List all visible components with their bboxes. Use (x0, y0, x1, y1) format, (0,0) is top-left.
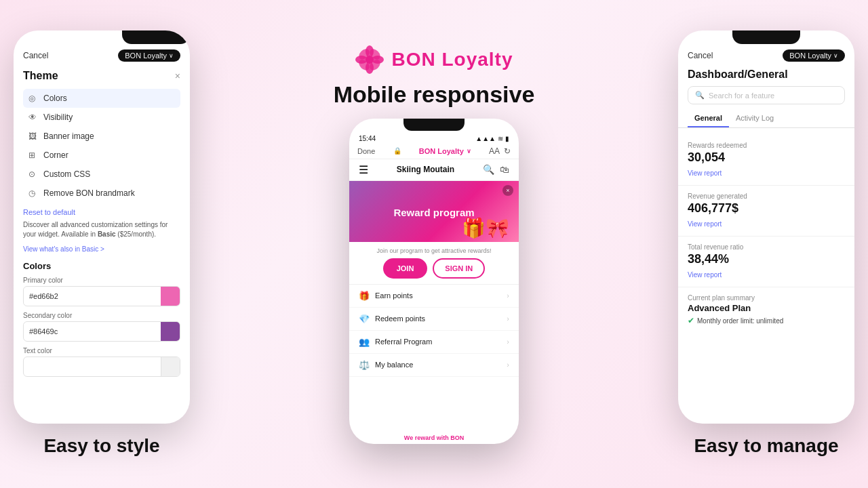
right-bon-loyalty-button[interactable]: BON Loyalty ∨ (783, 49, 845, 62)
stat-total-revenue-ratio: Total revenue ratio 38,44% View report (678, 237, 854, 287)
text-color-field[interactable] (23, 357, 180, 377)
dashboard-title: Dashboard/General (678, 64, 854, 86)
search-feature-icon: 🔍 (695, 91, 705, 100)
refresh-icon[interactable]: ↻ (504, 146, 511, 156)
center-nav-brand-text: BON Loyalty (419, 147, 464, 155)
earn-points-label: Earn points (375, 291, 413, 300)
left-chevron-icon: ∨ (169, 52, 174, 59)
primary-color-field[interactable] (23, 286, 180, 306)
theme-menu-banner-label: Banner image (43, 131, 94, 141)
right-top-bar: Cancel BON Loyalty ∨ (678, 44, 854, 64)
revenue-generated-label: Revenue generated (688, 192, 845, 200)
revenue-generated-value: 406,777$ (688, 201, 845, 216)
mobile-responsive-title: Mobile responsive (334, 81, 535, 108)
tab-activity-log[interactable]: Activity Log (729, 111, 781, 127)
theme-title: Theme (23, 70, 58, 82)
visibility-icon: 👁 (28, 113, 38, 122)
tab-general[interactable]: General (688, 111, 729, 127)
center-menu-list: 🎁 Earn points › 💎 Redeem points › 👥 R (349, 285, 519, 432)
join-button[interactable]: JOIN (383, 258, 428, 279)
phone-center: 15:44 ▲▲▲ ≋ ▮ Done 🔒 BON Loyalty ∨ AA ↻ (349, 119, 519, 444)
menu-item-redeem-points[interactable]: 💎 Redeem points › (349, 308, 519, 331)
right-phone-notch (732, 30, 800, 44)
remove-bon-icon: ◷ (28, 188, 38, 198)
total-revenue-ratio-label: Total revenue ratio (688, 243, 845, 251)
center-status-bar: 15:44 ▲▲▲ ≋ ▮ (349, 131, 519, 144)
redeem-points-icon: 💎 (359, 314, 370, 324)
easy-style-label: Easy to style (43, 434, 159, 458)
signal-icon: ▲▲▲ (475, 135, 496, 142)
redeem-points-label: Redeem points (375, 314, 425, 323)
search-bar[interactable]: 🔍 Search for a feature (688, 86, 845, 104)
hamburger-icon[interactable]: ☰ (359, 163, 368, 176)
earn-points-arrow: › (507, 291, 509, 300)
menu-item-referral[interactable]: 👥 Referral Program › (349, 331, 519, 354)
redeem-points-arrow: › (507, 314, 509, 323)
revenue-generated-view-report[interactable]: View report (688, 220, 722, 228)
secondary-color-label: Secondary color (23, 312, 180, 319)
left-cancel-button[interactable]: Cancel (23, 51, 48, 60)
join-section: Join our program to get attractive rewar… (349, 242, 519, 285)
theme-menu-banner[interactable]: 🖼 Banner image (23, 127, 180, 146)
center-section: BON Loyalty Mobile responsive 15:44 ▲▲▲ … (190, 45, 678, 444)
reset-to-default-link[interactable]: Reset to default (23, 208, 180, 216)
theme-menu-corner[interactable]: ⊞ Corner (23, 146, 180, 165)
signin-button[interactable]: SIGN IN (433, 258, 485, 279)
center-app-nav: ☰ Skiing Moutain 🔍 🛍 (349, 159, 519, 181)
right-cancel-button[interactable]: Cancel (688, 51, 713, 60)
menu-item-balance[interactable]: ⚖️ My balance › (349, 354, 519, 377)
colors-icon: ◎ (28, 94, 38, 103)
menu-item-earn-points[interactable]: 🎁 Earn points › (349, 285, 519, 308)
secondary-color-input[interactable] (24, 324, 161, 339)
plan-name: Advanced Plan (688, 303, 845, 313)
balance-arrow: › (507, 361, 509, 369)
right-bon-loyalty-label: BON Loyalty (789, 52, 831, 60)
join-subtitle: Join our program to get attractive rewar… (359, 247, 509, 254)
plan-detail-text: Monthly order limit: unlimited (697, 317, 783, 325)
plan-detail: ✔ Monthly order limit: unlimited (688, 316, 845, 325)
aa-button[interactable]: AA (489, 146, 500, 156)
center-phone-notch (403, 119, 465, 131)
view-basic-link[interactable]: View what's also in Basic > (23, 245, 104, 253)
center-status-icons: ▲▲▲ ≋ ▮ (475, 135, 509, 142)
center-done-button[interactable]: Done (357, 147, 375, 155)
search-icon[interactable]: 🔍 (483, 164, 494, 175)
cart-icon[interactable]: 🛍 (500, 164, 509, 175)
bon-brand-footer: BON (450, 434, 464, 441)
rewards-redeemed-view-report[interactable]: View report (688, 169, 722, 177)
search-feature-input[interactable]: Search for a feature (709, 92, 774, 100)
tabs-row: General Activity Log (678, 111, 854, 128)
phone-left: Cancel BON Loyalty ∨ Theme × ◎ Colors 👁 (14, 30, 190, 424)
referral-label: Referral Program (375, 338, 432, 346)
bon-logo: BON Loyalty (355, 45, 513, 75)
center-top-nav: Done 🔒 BON Loyalty ∨ AA ↻ (349, 144, 519, 159)
secondary-color-field[interactable] (23, 321, 180, 342)
bon-flower-icon (355, 45, 384, 75)
theme-menu-colors[interactable]: ◎ Colors (23, 89, 180, 108)
plan-label: Current plan summary (688, 294, 845, 302)
wifi-icon: ≋ (498, 135, 503, 142)
left-phone-notch (122, 30, 190, 44)
colors-section-label: Colors (23, 261, 180, 271)
theme-menu-remove-bon[interactable]: ◷ Remove BON brandmark (23, 184, 180, 203)
store-name: Skiing Moutain (397, 165, 454, 174)
primary-color-input[interactable] (24, 289, 161, 304)
join-buttons: JOIN SIGN IN (359, 258, 509, 279)
center-lock-icon: 🔒 (393, 147, 401, 155)
right-chevron-icon: ∨ (833, 52, 838, 59)
center-nav-icons: AA ↻ (489, 146, 511, 156)
left-bon-loyalty-button[interactable]: BON Loyalty ∨ (118, 49, 180, 62)
reward-banner-close-button[interactable]: × (502, 185, 513, 196)
theme-menu-custom-css-label: Custom CSS (43, 169, 90, 179)
right-section: Cancel BON Loyalty ∨ Dashboard/General 🔍… (678, 30, 854, 458)
battery-icon: ▮ (505, 135, 509, 142)
total-revenue-ratio-view-report[interactable]: View report (688, 271, 722, 279)
theme-close-icon[interactable]: × (175, 70, 180, 81)
theme-menu-visibility-label: Visibility (43, 113, 73, 122)
theme-menu-corner-label: Corner (43, 150, 68, 160)
left-top-bar: Cancel BON Loyalty ∨ (14, 44, 190, 64)
phone-right: Cancel BON Loyalty ∨ Dashboard/General 🔍… (678, 30, 854, 424)
discover-text: Discover all advanced customization sett… (23, 220, 180, 239)
theme-menu-custom-css[interactable]: ⊙ Custom CSS (23, 165, 180, 184)
theme-menu-visibility[interactable]: 👁 Visibility (23, 108, 180, 127)
